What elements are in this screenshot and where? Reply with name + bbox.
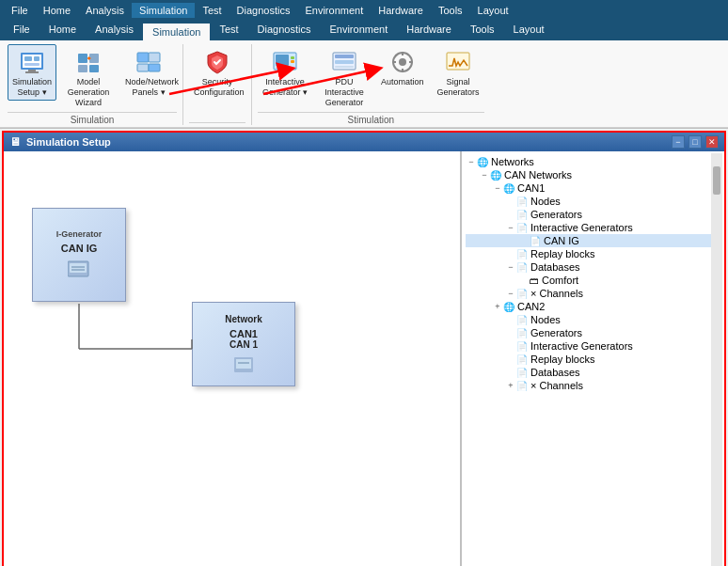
tree-label-databases: Databases bbox=[530, 261, 580, 273]
tree-item-networks[interactable]: − 🌐 Networks bbox=[466, 155, 720, 168]
can-networks-icon: 🌐 bbox=[490, 170, 501, 181]
tree-item-can-networks[interactable]: − 🌐 CAN Networks bbox=[466, 168, 720, 181]
expand-databases[interactable]: − bbox=[505, 262, 516, 272]
network-block-line1: Network bbox=[225, 314, 261, 324]
tab-environment[interactable]: Environment bbox=[320, 21, 397, 40]
menu-test[interactable]: Test bbox=[195, 3, 229, 18]
expand-can1[interactable]: − bbox=[492, 183, 503, 193]
tree-item-channels[interactable]: − 📄 × Channels bbox=[466, 287, 720, 300]
signal-generators-label: SignalGenerators bbox=[437, 77, 480, 98]
tree-item-interactive-generators[interactable]: − 📄 Interactive Generators bbox=[466, 221, 720, 234]
tab-test[interactable]: Test bbox=[210, 21, 247, 40]
node-network-panels-icon bbox=[134, 47, 164, 77]
tree-label-can1: CAN1 bbox=[517, 182, 545, 194]
tree-item-databases[interactable]: − 📄 Databases bbox=[466, 260, 720, 274]
pdu-interactive-generator-button[interactable]: PDU InteractiveGenerator bbox=[316, 44, 372, 110]
tab-hardware[interactable]: Hardware bbox=[397, 21, 461, 40]
tab-layout[interactable]: Layout bbox=[504, 21, 554, 40]
tree-label-can2-generators: Generators bbox=[530, 327, 582, 338]
can2-channels-icon: 📄 bbox=[516, 381, 528, 391]
scroll-thumb[interactable] bbox=[713, 166, 720, 195]
tree-label-generators: Generators bbox=[530, 209, 582, 220]
ribbon-group-items-stimulation: InteractiveGenerator ▾ PDU InteractiveGe… bbox=[258, 44, 484, 110]
expand-interactive-generators[interactable]: − bbox=[505, 223, 516, 232]
menu-file[interactable]: File bbox=[4, 3, 36, 18]
model-generation-wizard-button[interactable]: Model GenerationWizard bbox=[60, 44, 117, 110]
network-block-icon bbox=[234, 357, 253, 374]
tree-scrollbar[interactable] bbox=[711, 153, 722, 566]
menu-diagnostics[interactable]: Diagnostics bbox=[229, 3, 298, 18]
tree-item-can2-interactive-generators[interactable]: 📄 Interactive Generators bbox=[466, 339, 720, 353]
menu-analysis[interactable]: Analysis bbox=[78, 3, 132, 18]
menu-home[interactable]: Home bbox=[36, 3, 78, 18]
network-block-line3: CAN 1 bbox=[229, 339, 258, 350]
can2-interactive-generators-icon: 📄 bbox=[516, 341, 528, 352]
expand-can2-channels[interactable]: + bbox=[505, 381, 516, 390]
tab-tools[interactable]: Tools bbox=[461, 21, 504, 40]
svg-rect-14 bbox=[149, 53, 160, 62]
menu-tools[interactable]: Tools bbox=[431, 3, 470, 18]
expand-networks[interactable]: − bbox=[466, 157, 477, 166]
ribbon-group-stimulation: InteractiveGenerator ▾ PDU InteractiveGe… bbox=[252, 44, 490, 125]
tab-home[interactable]: Home bbox=[40, 21, 86, 40]
automation-button[interactable]: Automation bbox=[376, 44, 429, 90]
tree-item-replay-blocks[interactable]: 📄 Replay blocks bbox=[466, 247, 720, 260]
interactive-generator-icon bbox=[270, 47, 300, 77]
tree-item-can2[interactable]: + 🌐 CAN2 bbox=[466, 300, 720, 313]
generator-block-subtitle: CAN IG bbox=[61, 243, 98, 254]
can2-generators-icon: 📄 bbox=[516, 328, 528, 338]
pdu-interactive-generator-icon bbox=[329, 47, 359, 77]
canvas-area[interactable]: I-Generator CAN IG Network CAN1 bbox=[4, 151, 461, 566]
tab-simulation[interactable]: Simulation bbox=[143, 22, 210, 40]
expand-can2[interactable]: + bbox=[492, 302, 503, 311]
menu-environment[interactable]: Environment bbox=[297, 3, 371, 18]
node-network-panels-button[interactable]: Node/NetworkPanels ▾ bbox=[120, 44, 177, 101]
menu-simulation[interactable]: Simulation bbox=[132, 3, 195, 18]
menu-hardware[interactable]: Hardware bbox=[371, 3, 431, 18]
tab-file[interactable]: File bbox=[4, 21, 40, 40]
window-maximize-button[interactable]: □ bbox=[688, 135, 702, 149]
generator-block[interactable]: I-Generator CAN IG bbox=[32, 208, 126, 302]
simulation-window-icon: 🖥 bbox=[9, 135, 21, 149]
signal-generators-button[interactable]: SignalGenerators bbox=[433, 44, 484, 101]
security-configuration-button[interactable]: SecurityConfiguration bbox=[189, 44, 245, 101]
tree-item-can2-nodes[interactable]: 📄 Nodes bbox=[466, 313, 720, 326]
ribbon-group-items-simulation: SimulationSetup ▾ bbox=[8, 44, 177, 110]
tab-analysis[interactable]: Analysis bbox=[86, 21, 143, 40]
tree-label-channels: × Channels bbox=[530, 288, 583, 299]
network-block[interactable]: Network CAN1 CAN 1 bbox=[192, 302, 295, 386]
tree-item-can2-databases[interactable]: 📄 Databases bbox=[466, 366, 720, 379]
tree-item-can2-replay-blocks[interactable]: 📄 Replay blocks bbox=[466, 353, 720, 366]
tree-label-can2-databases: Databases bbox=[530, 367, 580, 378]
expand-channels[interactable]: − bbox=[505, 289, 516, 298]
interactive-generators-icon: 📄 bbox=[516, 223, 528, 233]
svg-rect-29 bbox=[402, 69, 404, 72]
simulation-setup-button[interactable]: SimulationSetup ▾ bbox=[8, 44, 56, 101]
window-close-button[interactable]: ✕ bbox=[705, 135, 719, 149]
ribbon-group-items-security: SecurityConfiguration bbox=[189, 44, 245, 120]
tree-item-can-ig[interactable]: 📄 CAN IG bbox=[466, 234, 720, 247]
tab-diagnostics[interactable]: Diagnostics bbox=[248, 21, 321, 40]
tree-item-generators[interactable]: 📄 Generators bbox=[466, 208, 720, 221]
can2-icon: 🌐 bbox=[503, 302, 514, 312]
tree-item-nodes[interactable]: 📄 Nodes bbox=[466, 195, 720, 208]
svg-rect-35 bbox=[70, 263, 87, 273]
interactive-generator-button[interactable]: InteractiveGenerator ▾ bbox=[258, 44, 312, 101]
tree-label-networks: Networks bbox=[491, 156, 534, 167]
tree-item-can2-channels[interactable]: + 📄 × Channels bbox=[466, 379, 720, 392]
svg-rect-39 bbox=[236, 359, 251, 369]
svg-rect-25 bbox=[335, 66, 354, 68]
tree-item-can1[interactable]: − 🌐 CAN1 bbox=[466, 181, 720, 195]
tree-label-can-networks: CAN Networks bbox=[504, 169, 572, 181]
window-minimize-button[interactable]: − bbox=[672, 135, 685, 149]
network-block-line2: CAN1 bbox=[229, 328, 258, 339]
svg-rect-15 bbox=[137, 64, 149, 71]
window-controls: − □ ✕ bbox=[672, 135, 719, 149]
expand-can-networks[interactable]: − bbox=[479, 170, 490, 180]
automation-icon bbox=[388, 47, 418, 77]
tree-label-replay-blocks: Replay blocks bbox=[530, 248, 594, 259]
svg-rect-6 bbox=[25, 71, 39, 73]
tree-item-can2-generators[interactable]: 📄 Generators bbox=[466, 326, 720, 339]
tree-item-comfort[interactable]: 🗃 Comfort bbox=[466, 274, 720, 287]
menu-layout[interactable]: Layout bbox=[470, 3, 516, 18]
